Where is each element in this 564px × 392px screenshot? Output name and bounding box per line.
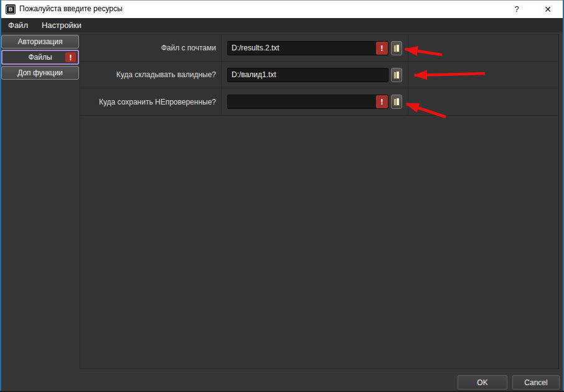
mail-file-input-wrap: ! — [227, 41, 388, 55]
open-book-icon — [393, 71, 400, 79]
valid-output-cell — [222, 62, 408, 88]
menu-file[interactable]: Файл — [1, 18, 35, 32]
close-icon: ✕ — [544, 4, 552, 14]
mail-file-label: Файл с почтами — [80, 35, 222, 61]
mail-file-input[interactable] — [227, 41, 388, 55]
row-spacer — [408, 35, 558, 61]
ok-button[interactable]: OK — [458, 375, 507, 390]
app-window: B Пожалуйста введите ресурсы ? ✕ Файл На… — [0, 0, 564, 392]
cancel-button[interactable]: Cancel — [512, 375, 560, 390]
titlebar: B Пожалуйста введите ресурсы ? ✕ — [0, 0, 564, 18]
menu-settings[interactable]: Настройки — [35, 18, 88, 32]
tab-files-error-badge: ! — [65, 52, 76, 62]
unchecked-output-browse-button[interactable] — [391, 95, 402, 109]
app-icon: B — [6, 4, 16, 14]
tab-files[interactable]: Файлы ! — [1, 50, 79, 65]
form-row-mail-file: Файл с почтами ! — [80, 35, 558, 62]
valid-output-input[interactable] — [227, 68, 388, 82]
tab-label: Файлы — [28, 53, 52, 62]
close-button[interactable]: ✕ — [533, 0, 563, 18]
unchecked-output-input-wrap: ! — [227, 95, 388, 109]
valid-output-input-wrap — [227, 68, 388, 82]
open-book-icon — [393, 98, 400, 106]
tab-authorization[interactable]: Авторизация — [1, 35, 79, 49]
menubar: Файл Настройки — [0, 18, 564, 32]
window-border-left — [0, 0, 1, 392]
mail-file-error-badge: ! — [376, 42, 388, 55]
app-icon-letter: B — [6, 6, 16, 14]
sidebar-tabs: Авторизация Файлы ! Доп функции — [1, 35, 79, 81]
tab-extra-functions[interactable]: Доп функции — [1, 66, 79, 80]
form-row-valid-output: Куда складывать валидные? — [80, 62, 558, 88]
window-title: Пожалуйста введите ресурсы — [19, 0, 123, 18]
valid-output-browse-button[interactable] — [391, 68, 402, 82]
mail-file-cell: ! — [222, 35, 408, 61]
help-icon: ? — [514, 4, 519, 14]
unchecked-output-input[interactable] — [227, 95, 388, 109]
row-spacer — [408, 62, 558, 88]
unchecked-output-label: Куда сохранить НЕпроверенные? — [80, 88, 222, 115]
mail-file-browse-button[interactable] — [391, 41, 402, 55]
tab-label: Доп функции — [17, 68, 63, 77]
open-book-icon — [393, 44, 400, 52]
tab-content-pane: Файл с почтами ! Куда складывать валидны… — [80, 34, 559, 369]
unchecked-output-error-badge: ! — [376, 95, 388, 108]
window-border-top — [0, 0, 564, 1]
tab-label: Авторизация — [18, 37, 63, 46]
valid-output-label: Куда складывать валидные? — [80, 62, 222, 88]
help-button[interactable]: ? — [502, 0, 532, 18]
row-spacer — [408, 88, 558, 115]
unchecked-output-cell: ! — [222, 88, 408, 115]
form-row-unchecked-output: Куда сохранить НЕпроверенные? ! — [80, 88, 558, 116]
